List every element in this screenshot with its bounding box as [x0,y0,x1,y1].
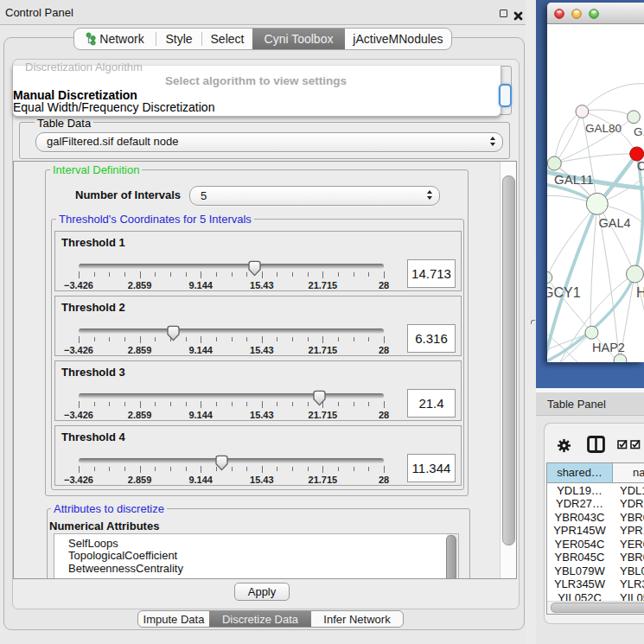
svg-text:G.: G. [634,125,644,138]
svg-text:H: H [636,285,644,300]
svg-text:GAL80: GAL80 [585,122,622,135]
svg-text:GCY1: GCY1 [547,285,581,300]
svg-text:C: C [637,159,644,173]
svg-text:GAL4: GAL4 [599,216,631,230]
svg-text:HAP2: HAP2 [592,341,625,354]
svg-text:GAL11: GAL11 [554,172,594,187]
